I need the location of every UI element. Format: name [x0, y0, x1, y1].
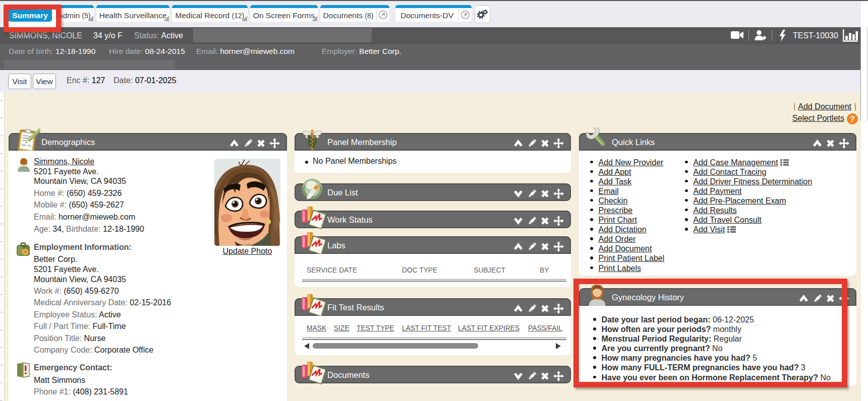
- svg-text:?: ?: [850, 115, 855, 123]
